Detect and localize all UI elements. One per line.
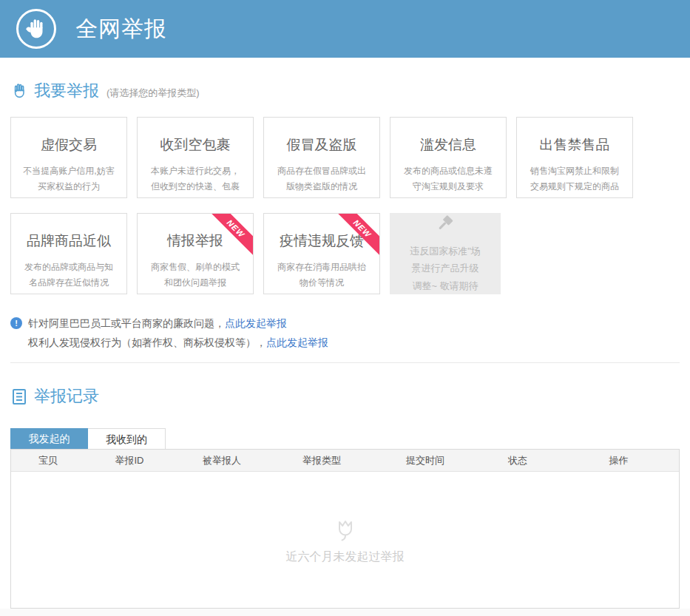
card-title: 假冒及盗版 [264, 135, 379, 155]
card-counterfeit[interactable]: 假冒及盗版 商品存在假冒品牌或出版物类盗版的情况 [263, 117, 380, 198]
main-content: 我要举报 (请选择您的举报类型) 虚假交易 不当提高账户信用,妨害买家权益的行为… [0, 80, 690, 609]
card-banned-goods[interactable]: 出售禁售品 销售淘宝网禁止和限制交易规则下规定的商品 [516, 117, 633, 198]
hand-logo-icon [16, 9, 56, 49]
col-action: 操作 [558, 454, 679, 467]
card-title: 收到空包裹 [138, 135, 253, 155]
document-icon [10, 387, 28, 405]
section-divider [10, 362, 680, 363]
hand-section-icon [10, 82, 28, 100]
footer-strip [0, 609, 690, 616]
card-epidemic-violation[interactable]: NEW 疫情违规反馈 商家存在消毒用品哄抬物价等情况 [263, 213, 380, 294]
report-section-subtitle: (请选择您的举报类型) [106, 82, 200, 100]
card-title: 虚假交易 [11, 135, 126, 155]
notice-report-link[interactable]: 点此发起举报 [266, 333, 328, 352]
card-spam-info[interactable]: 滥发信息 发布的商品或信息未遵守淘宝规则及要求 [390, 117, 507, 198]
card-brand-similar[interactable]: 品牌商品近似 发布的品牌或商品与知名品牌存在近似情况 [10, 213, 127, 294]
page-banner: 全网举报 [0, 0, 690, 58]
card-desc: 本账户未进行此交易，但收到空的快递、包裹 [138, 163, 253, 194]
col-item: 宝贝 [11, 454, 85, 467]
notice-text: 权利人发现侵权行为（如著作权、商标权侵权等）， [28, 333, 266, 352]
page: { "banner": { "title": "全网举报" }, "report… [0, 0, 690, 616]
disabled-card-line: 违反国家标准"场 [410, 243, 481, 260]
records-section-header: 举报记录 [10, 385, 680, 407]
notice-text: 针对阿里巴巴员工或平台商家的廉政问题， [28, 314, 225, 333]
records-section-title: 举报记录 [34, 385, 99, 407]
notice-list: 针对阿里巴巴员工或平台商家的廉政问题， 点此发起举报 权利人发现侵权行为（如著作… [10, 314, 680, 352]
card-title: 滥发信息 [390, 135, 506, 155]
records-empty-state: 近六个月未发起过举报 [11, 472, 679, 608]
card-intelligence-report[interactable]: NEW 情报举报 商家售假、刷单的模式和团伙问题举报 [137, 213, 254, 294]
card-desc: 商家存在消毒用品哄抬物价等情况 [264, 260, 379, 291]
gavel-icon [433, 213, 458, 237]
report-card-grid: 虚假交易 不当提高账户信用,妨害买家权益的行为 收到空包裹 本账户未进行此交易，… [10, 117, 648, 294]
col-report-id: 举报ID [85, 454, 174, 467]
disabled-card-line: 景进行产品升级 [412, 260, 479, 277]
card-desc: 发布的商品或信息未遵守淘宝规则及要求 [390, 163, 506, 194]
card-desc: 商家售假、刷单的模式和团伙问题举报 [138, 260, 253, 291]
col-report-type: 举报类型 [270, 454, 373, 467]
tab-my-initiated[interactable]: 我发起的 [10, 428, 88, 449]
col-submit-time: 提交时间 [373, 454, 477, 467]
notice-report-link[interactable]: 点此发起举报 [225, 314, 287, 333]
card-desc: 销售淘宝网禁止和限制交易规则下规定的商品 [517, 163, 632, 194]
raised-hand-icon [24, 16, 49, 41]
card-desc: 商品存在假冒品牌或出版物类盗版的情况 [264, 163, 379, 194]
notice-infringement: 权利人发现侵权行为（如著作权、商标权侵权等）， 点此发起举报 [10, 333, 680, 352]
page-title: 全网举报 [75, 14, 167, 44]
col-status: 状态 [477, 454, 558, 467]
col-reported: 被举报人 [174, 454, 270, 467]
card-desc: 发布的品牌或商品与知名品牌存在近似情况 [11, 260, 126, 291]
card-title: 品牌商品近似 [11, 231, 126, 251]
records-tabs: 我发起的 我收到的 [10, 428, 680, 449]
records-table-header: 宝贝 举报ID 被举报人 举报类型 提交时间 状态 操作 [11, 450, 679, 472]
report-section-title: 我要举报 [34, 80, 99, 102]
tab-my-received[interactable]: 我收到的 [88, 428, 166, 449]
card-desc: 不当提高账户信用,妨害买家权益的行为 [11, 163, 126, 194]
card-title: 出售禁售品 [517, 135, 632, 155]
card-disabled-national-standard: 违反国家标准"场 景进行产品升级 调整~ 敬请期待 [390, 213, 501, 294]
disabled-card-line: 调整~ 敬请期待 [412, 277, 478, 294]
card-empty-package[interactable]: 收到空包裹 本账户未进行此交易，但收到空的快递、包裹 [137, 117, 254, 198]
records-table: 宝贝 举报ID 被举报人 举报类型 提交时间 状态 操作 近六个月未发起过举报 [10, 449, 680, 609]
exclamation-icon [10, 317, 22, 329]
report-section-header: 我要举报 (请选择您的举报类型) [10, 80, 680, 102]
empty-records-message: 近六个月未发起过举报 [286, 549, 405, 565]
notice-integrity: 针对阿里巴巴员工或平台商家的廉政问题， 点此发起举报 [10, 314, 680, 333]
flower-icon [331, 515, 360, 545]
card-fake-transaction[interactable]: 虚假交易 不当提高账户信用,妨害买家权益的行为 [10, 117, 127, 198]
